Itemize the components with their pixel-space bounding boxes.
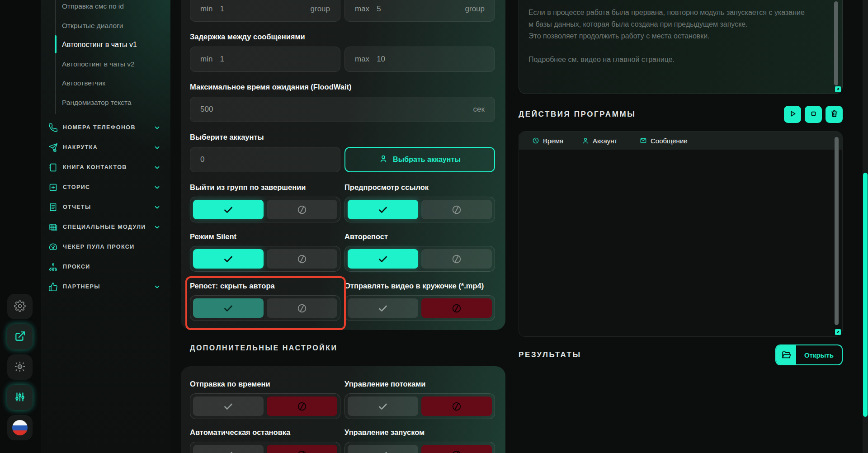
page-scrollbar[interactable]	[863, 0, 868, 453]
sidebar-item[interactable]: НАКРУТКА	[41, 137, 170, 157]
toggle-off-segment[interactable]	[421, 396, 492, 416]
toggle-on-segment[interactable]	[193, 396, 264, 416]
input-value: 1	[220, 55, 224, 64]
stop-button[interactable]	[805, 106, 822, 123]
toggle-switch	[190, 393, 340, 419]
theme-button[interactable]	[7, 354, 33, 380]
submenu-item[interactable]: Отправка смс по id	[62, 0, 164, 16]
toggle-switch	[190, 197, 340, 222]
sidebar-item[interactable]: ЧЕКЕР ПУЛА ПРОКСИ	[41, 237, 170, 257]
sidebar-item-label: ПРОКСИ	[63, 264, 160, 270]
toggle-cell: Управление запуском	[344, 428, 495, 453]
delay-max-input[interactable]: max 10	[344, 47, 495, 72]
filters-button[interactable]	[7, 385, 33, 410]
toggle-on-segment[interactable]	[193, 298, 264, 318]
phone-icon	[47, 122, 58, 133]
gear-icon	[14, 300, 26, 313]
toggle-cell: Режим Silent	[190, 232, 340, 272]
groups-row: min 1 group max 5 group	[190, 0, 496, 22]
brightness-icon	[14, 361, 26, 374]
clear-button[interactable]	[826, 106, 843, 123]
toggle-label: Предпросмотр ссылок	[344, 183, 495, 192]
equalizer-icon	[14, 391, 26, 404]
accounts-count-input[interactable]: 0	[190, 147, 340, 172]
input-suffix: сек	[473, 105, 485, 114]
delay-min-input[interactable]: min 1	[190, 47, 340, 72]
toggle-off-segment[interactable]	[421, 200, 492, 219]
sidebar-item[interactable]: НОМЕРА ТЕЛЕФОНОВ	[41, 118, 170, 137]
submenu-item[interactable]: Открытые диалоги	[62, 16, 164, 36]
toggle-on-segment[interactable]	[348, 298, 418, 318]
sidebar-item[interactable]: ПАРТНЕРЫ	[41, 277, 170, 297]
toggle-on-segment[interactable]	[348, 249, 418, 269]
toggle-grid: Отправка по времениУправление потокамиАв…	[190, 380, 496, 453]
groups-max-input[interactable]: max 5 group	[344, 0, 495, 22]
delay-row: min 1 max 10	[190, 47, 496, 72]
start-button[interactable]	[784, 106, 801, 123]
info-scrollbar-thumb[interactable]	[834, 1, 838, 85]
sidebar-item-label: НОМЕРА ТЕЛЕФОНОВ	[63, 124, 154, 131]
toggle-on-segment[interactable]	[193, 445, 264, 453]
send-icon	[47, 142, 58, 153]
stop-icon	[809, 109, 818, 119]
toggle-cell: Отправка по времени	[190, 380, 340, 419]
toggle-off-segment[interactable]	[267, 200, 337, 219]
info-resize-handle[interactable]	[835, 86, 841, 92]
chevron-down-icon	[154, 164, 160, 171]
sidebar-nav: НОМЕРА ТЕЛЕФОНОВНАКРУТКАКНИГА КОНТАКТОВС…	[41, 118, 170, 297]
folder-icon	[776, 345, 796, 364]
rail-buttons	[7, 294, 33, 440]
submenu-item[interactable]: Рандомизатор текста	[62, 93, 164, 113]
submenu-item[interactable]: Автопостинг в чаты v2	[62, 55, 164, 74]
toggle-on-segment[interactable]	[348, 396, 418, 416]
submenu-guide-line	[55, 0, 56, 114]
toggle-off-segment[interactable]	[267, 396, 337, 416]
toggle-off-segment[interactable]	[267, 249, 337, 269]
table-header-row: ВремяАккаунтСообщение	[519, 132, 842, 150]
extra-settings-card: Отправка по времениУправление потокамиАв…	[181, 366, 505, 453]
info-text: Если в процессе работа была прервана, по…	[528, 7, 822, 66]
submenu-item[interactable]: Автоответчик	[62, 74, 164, 93]
floodwait-label: Максимальное время ожидания (FloodWait)	[190, 83, 496, 91]
toggle-on-segment[interactable]	[348, 200, 418, 219]
icon-rail	[0, 0, 41, 453]
toggle-off-segment[interactable]	[421, 298, 492, 318]
toggle-off-segment[interactable]	[267, 298, 337, 318]
open-results-button[interactable]: Открыть	[775, 344, 843, 365]
language-button[interactable]	[7, 415, 33, 440]
info-line: м базы данных, которая была создана при …	[528, 19, 822, 30]
sidebar-item[interactable]: СТОРИС	[41, 177, 170, 197]
toggle-row: Отправка по времениУправление потоками	[190, 380, 496, 419]
contacts-icon	[47, 162, 58, 173]
table-resize-handle[interactable]	[835, 329, 841, 335]
sidebar-item[interactable]: ОТЧЕТЫ	[41, 197, 170, 217]
page-scrollbar-thumb[interactable]	[863, 173, 868, 417]
speedometer-icon	[47, 241, 58, 252]
sidebar-item[interactable]: СПЕЦИАЛЬНЫЕ МОДУЛИ	[41, 217, 170, 237]
groups-min-input[interactable]: min 1 group	[190, 0, 340, 22]
toggle-switch	[190, 442, 340, 453]
sidebar-item[interactable]: ПРОКСИ	[41, 257, 170, 277]
choose-accounts-button[interactable]: Выбрать аккаунты	[344, 147, 495, 172]
sidebar-item-label: ЧЕКЕР ПУЛА ПРОКСИ	[63, 244, 160, 250]
toggle-on-segment[interactable]	[348, 445, 418, 453]
toggle-on-segment[interactable]	[193, 200, 264, 219]
toggle-label: Репост: скрыть автора	[190, 282, 340, 290]
floodwait-input[interactable]: 500 сек	[190, 97, 495, 122]
toggle-label: Авторепост	[344, 232, 495, 241]
toggle-off-segment[interactable]	[421, 249, 492, 269]
table-scrollbar-thumb[interactable]	[835, 137, 839, 325]
external-link-button[interactable]	[7, 324, 33, 349]
toggle-off-segment[interactable]	[267, 445, 337, 453]
settings-button[interactable]	[7, 294, 33, 319]
submenu-item[interactable]: Автопостинг в чаты v1	[62, 35, 164, 55]
sidebar-item-label: СТОРИС	[63, 184, 154, 190]
extra-settings-heading: ДОПОЛНИТЕЛЬНЫЕ НАСТРОЙКИ	[190, 344, 338, 352]
toggle-off-segment[interactable]	[421, 445, 492, 453]
action-buttons	[784, 106, 843, 123]
info-textarea[interactable]: Если в процессе работа была прервана, по…	[519, 0, 843, 94]
toggle-on-segment[interactable]	[193, 249, 264, 269]
toggle-label: Управление потоками	[344, 380, 495, 388]
user-icon	[379, 154, 388, 165]
sidebar-item[interactable]: КНИГА КОНТАКТОВ	[41, 157, 170, 177]
